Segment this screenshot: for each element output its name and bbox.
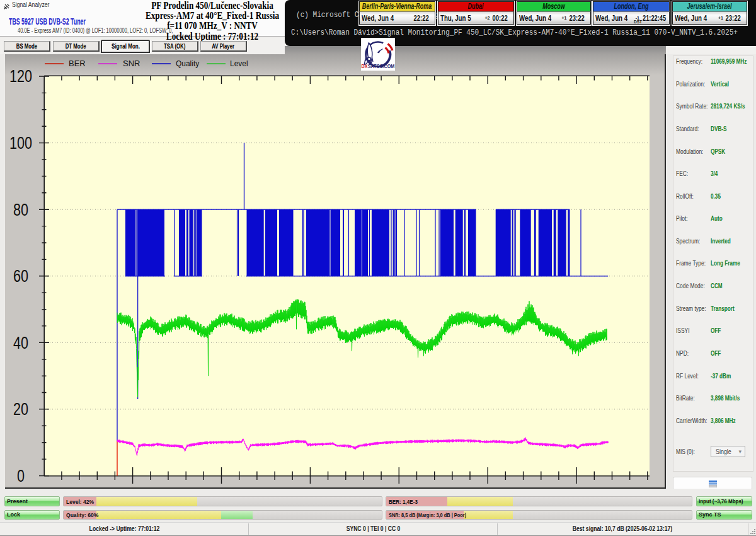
svg-text:DXSATCS.COM: DXSATCS.COM [362,64,395,70]
svg-text:120: 120 [9,67,32,86]
svg-text:20: 20 [13,400,28,419]
svg-text:100: 100 [9,134,32,153]
svg-text:60: 60 [13,267,28,286]
svg-text:80: 80 [13,200,28,219]
svg-text:0: 0 [17,467,25,486]
svg-text:40: 40 [13,334,28,352]
